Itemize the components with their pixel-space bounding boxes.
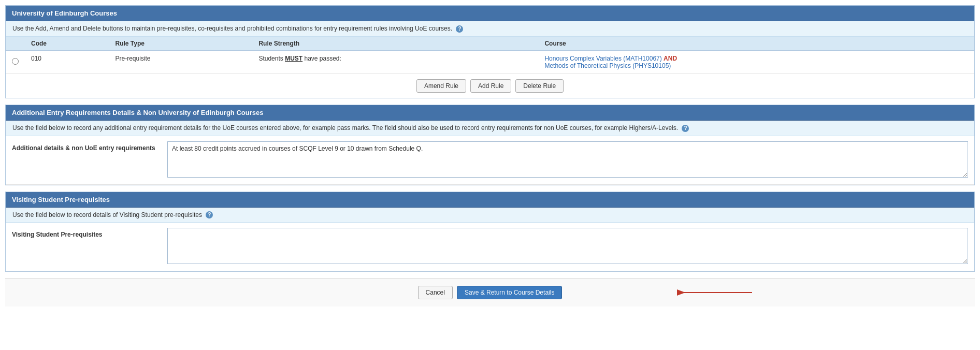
rule-buttons-row: Amend Rule Add Rule Delete Rule	[6, 74, 974, 98]
additional-section: Additional Entry Requirements Details & …	[5, 105, 975, 185]
additional-help-icon[interactable]: ?	[682, 125, 689, 132]
uoe-info-text: Use the Add, Amend and Delete buttons to…	[12, 25, 452, 32]
row-radio-cell[interactable]	[6, 50, 25, 74]
add-rule-button[interactable]: Add Rule	[470, 79, 511, 93]
col-rule-strength: Rule Strength	[252, 37, 538, 51]
course-link-1[interactable]: Honours Complex Variables (MATH10067)	[544, 55, 661, 62]
uoe-section-header: University of Edinburgh Courses	[6, 6, 974, 21]
uoe-section: University of Edinburgh Courses Use the …	[5, 5, 975, 98]
rule-strength-suffix: have passed:	[302, 55, 341, 62]
visiting-textarea[interactable]	[167, 228, 968, 264]
additional-section-title: Additional Entry Requirements Details & …	[12, 109, 263, 116]
visiting-input-wrapper	[167, 228, 968, 266]
footer-buttons: Cancel Save & Return to Course Details	[5, 278, 975, 307]
visiting-info-row: Use the field below to record details of…	[6, 208, 974, 223]
visiting-section-title: Visiting Student Pre-requisites	[12, 196, 110, 203]
additional-info-row: Use the field below to record any additi…	[6, 121, 974, 136]
additional-section-header: Additional Entry Requirements Details & …	[6, 105, 974, 121]
save-return-button[interactable]: Save & Return to Course Details	[457, 286, 562, 299]
visiting-section-header: Visiting Student Pre-requisites	[6, 192, 974, 208]
row-course: Honours Complex Variables (MATH10067) AN…	[538, 50, 974, 74]
visiting-info-text: Use the field below to record details of…	[12, 211, 202, 218]
cancel-button[interactable]: Cancel	[418, 286, 453, 299]
rules-table: Code Rule Type Rule Strength Course 010 …	[6, 37, 974, 74]
row-code: 010	[25, 50, 109, 74]
col-radio	[6, 37, 25, 51]
col-rule-type: Rule Type	[109, 37, 253, 51]
footer-arrow-indicator	[674, 287, 757, 298]
table-row: 010 Pre-requisite Students MUST have pas…	[6, 50, 974, 74]
col-code: Code	[25, 37, 109, 51]
row-rule-type: Pre-requisite	[109, 50, 253, 74]
additional-form-section: Additional details & non UoE entry requi…	[6, 136, 974, 185]
rule-strength-must: MUST	[285, 55, 302, 62]
additional-form-row: Additional details & non UoE entry requi…	[6, 136, 974, 185]
additional-label: Additional details & non UoE entry requi…	[12, 141, 167, 152]
uoe-info-row: Use the Add, Amend and Delete buttons to…	[6, 21, 974, 37]
visiting-form-section: Visiting Student Pre-requisites	[6, 223, 974, 271]
col-course: Course	[538, 37, 974, 51]
page-wrapper: University of Edinburgh Courses Use the …	[0, 0, 980, 350]
additional-input-wrapper	[167, 141, 968, 179]
row-radio[interactable]	[12, 58, 19, 65]
uoe-help-icon[interactable]: ?	[456, 25, 463, 33]
amend-rule-button[interactable]: Amend Rule	[416, 79, 466, 93]
visiting-help-icon[interactable]: ?	[206, 211, 213, 218]
uoe-section-title: University of Edinburgh Courses	[12, 9, 117, 17]
rule-strength-prefix: Students	[258, 55, 285, 62]
course-link-2[interactable]: Methods of Theoretical Physics (PHYS1010…	[544, 62, 671, 69]
additional-textarea[interactable]	[167, 141, 968, 178]
row-rule-strength: Students MUST have passed:	[252, 50, 538, 74]
visiting-section: Visiting Student Pre-requisites Use the …	[5, 192, 975, 272]
additional-info-text: Use the field below to record any additi…	[12, 124, 678, 132]
delete-rule-button[interactable]: Delete Rule	[515, 79, 564, 93]
visiting-label: Visiting Student Pre-requisites	[12, 228, 167, 238]
visiting-form-row: Visiting Student Pre-requisites	[6, 223, 974, 271]
table-header-row: Code Rule Type Rule Strength Course	[6, 37, 974, 51]
course-and-text: AND	[664, 55, 677, 62]
